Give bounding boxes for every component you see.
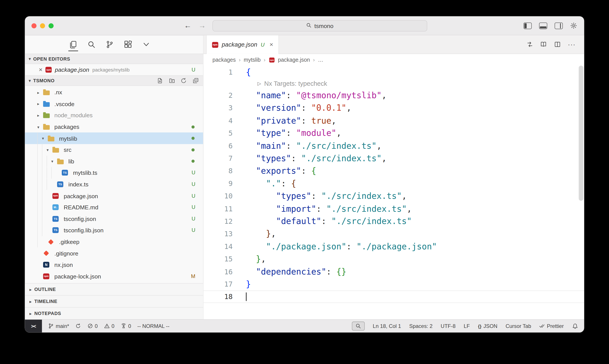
code-line-16[interactable]: 16 "dependencies": {}	[203, 265, 584, 278]
tree-item--nx[interactable]: ▸.nx	[25, 87, 203, 98]
tree-item-package-json[interactable]: npmpackage.jsonU	[25, 190, 203, 202]
chevron-collapsed-icon[interactable]: ▸	[37, 102, 43, 106]
vim-mode[interactable]: -- NORMAL --	[137, 323, 169, 329]
code-text[interactable]: "types": "./src/index.ts",	[233, 153, 387, 163]
toggle-primary-sidebar-icon[interactable]	[523, 22, 531, 29]
close-window-button[interactable]	[31, 23, 37, 28]
code-text[interactable]: "type": "module",	[233, 128, 341, 138]
code-line-4[interactable]: 4 "private": true,	[203, 114, 584, 127]
chevron-expanded-icon[interactable]: ▾	[42, 136, 48, 141]
open-preview-icon[interactable]	[540, 41, 547, 48]
chevron-expanded-icon[interactable]: ▾	[37, 124, 43, 129]
indentation[interactable]: Spaces: 2	[409, 323, 433, 329]
code-text[interactable]: "main": "./src/index.ts",	[233, 141, 382, 151]
code-line-7[interactable]: 7 "types": "./src/index.ts",	[203, 152, 584, 165]
code-text[interactable]	[233, 292, 246, 301]
new-folder-icon[interactable]	[169, 78, 175, 84]
code-text[interactable]: "private": true,	[233, 116, 337, 125]
code-text[interactable]: "default": "./src/index.ts"	[233, 216, 412, 226]
code-line-11[interactable]: 11 "import": "./src/index.ts",	[203, 202, 584, 215]
tree-item-src[interactable]: ▾src	[25, 144, 203, 156]
encoding[interactable]: UTF-8	[441, 323, 456, 329]
run-target-icon[interactable]: ▷	[258, 81, 261, 86]
code-text[interactable]: "dependencies": {}	[233, 267, 347, 276]
codelens-row[interactable]: ▷Nx Targets: typecheck	[203, 78, 584, 89]
breadcrumb-item[interactable]: packages	[212, 57, 236, 63]
code-line-14[interactable]: 14 "./package.json": "./package.json"	[203, 240, 584, 253]
tree-item--vscode[interactable]: ▸.vscode	[25, 98, 203, 110]
tree-item-index-ts[interactable]: TSindex.tsU	[25, 179, 203, 190]
minimize-window-button[interactable]	[40, 23, 45, 28]
tree-item-lib[interactable]: ▾lib	[25, 156, 203, 167]
zoom-window-button[interactable]	[49, 23, 54, 28]
collapse-folders-icon[interactable]	[193, 78, 199, 84]
explorer-section-header[interactable]: ▾ TSMONO	[25, 75, 203, 86]
code-line-12[interactable]: 12 "default": "./src/index.ts"	[203, 215, 584, 228]
code-text[interactable]: }	[233, 279, 251, 289]
source-control-icon[interactable]	[106, 40, 114, 49]
split-editor-icon[interactable]	[554, 41, 560, 48]
section-outline[interactable]: ▸OUTLINE	[25, 283, 203, 295]
chevron-expanded-icon[interactable]: ▾	[47, 147, 52, 152]
tree-item-mytslib[interactable]: ▾mytslib	[25, 132, 203, 144]
code-line-15[interactable]: 15 },	[203, 253, 584, 265]
close-tab-icon[interactable]: ×	[270, 41, 273, 48]
breadcrumb-item[interactable]: mytslib	[244, 57, 260, 63]
new-file-icon[interactable]	[157, 78, 163, 84]
screencast-zoom[interactable]	[352, 322, 365, 331]
code-editor[interactable]: 1{▷Nx Targets: typecheck2 "name": "@tsmo…	[203, 66, 584, 319]
code-line-5[interactable]: 5 "type": "module",	[203, 127, 584, 140]
cursor-position[interactable]: Ln 18, Col 1	[373, 323, 401, 329]
tree-item-nx-json[interactable]: Nnx.json	[25, 259, 203, 271]
scrollbar-thumb[interactable]	[579, 66, 583, 201]
refresh-explorer-icon[interactable]	[181, 78, 187, 84]
forward-icon[interactable]: →	[198, 21, 206, 30]
back-icon[interactable]: ←	[184, 21, 192, 30]
code-text[interactable]: {	[233, 67, 251, 77]
tree-item-readme-md[interactable]: M↓README.mdU	[25, 201, 203, 213]
codelens[interactable]: ▷Nx Targets: typecheck	[233, 80, 327, 88]
eol-sequence[interactable]: LF	[464, 323, 470, 329]
cursor-tab[interactable]: Cursor Tab	[505, 323, 531, 329]
code-text[interactable]: "types": "./src/index.ts",	[233, 191, 407, 201]
tree-item--gitignore[interactable]: .gitignore	[25, 248, 203, 259]
code-text[interactable]: },	[233, 229, 276, 238]
code-line-6[interactable]: 6 "main": "./src/index.ts",	[203, 139, 584, 152]
compare-changes-icon[interactable]	[527, 41, 533, 48]
tree-item-packages[interactable]: ▾packages	[25, 121, 203, 133]
formatter[interactable]: Prettier	[539, 323, 564, 329]
code-line-2[interactable]: 2 "name": "@tsmono/mytslib",	[203, 89, 584, 102]
open-editor-package-json[interactable]: × npm package.json packages/mytslib U	[25, 64, 203, 75]
command-center-search[interactable]: tsmono	[212, 20, 427, 31]
tree-item-node-modules[interactable]: ▸node_modules	[25, 110, 203, 121]
chevron-expanded-icon[interactable]: ▾	[51, 159, 57, 164]
code-text[interactable]: "import": "./src/index.ts",	[233, 204, 412, 213]
search-icon[interactable]	[87, 40, 95, 49]
branch-status[interactable]: main*	[48, 323, 69, 329]
code-line-1[interactable]: 1{	[203, 66, 584, 78]
chevron-collapsed-icon[interactable]: ▸	[37, 113, 43, 118]
section-timeline[interactable]: ▸TIMELINE	[25, 295, 203, 307]
code-line-13[interactable]: 13 },	[203, 228, 584, 240]
open-editors-header[interactable]: ▾ OPEN EDITORS	[25, 53, 203, 64]
code-line-8[interactable]: 8 "exports": {	[203, 165, 584, 177]
code-text[interactable]: "exports": {	[233, 166, 316, 176]
breadcrumb-item[interactable]: …	[318, 57, 323, 63]
remote-indicator[interactable]: ><	[25, 320, 42, 333]
section-notepads[interactable]: ▸NOTEPADS	[25, 307, 203, 319]
tab-package-json[interactable]: npm package.json U ×	[206, 35, 279, 54]
toggle-panel-icon[interactable]	[539, 22, 547, 29]
code-line-17[interactable]: 17}	[203, 278, 584, 290]
tree-item-tsconfig-json[interactable]: TStsconfig.jsonU	[25, 213, 203, 225]
ports-status[interactable]: 0	[120, 323, 131, 329]
code-line-10[interactable]: 10 "types": "./src/index.ts",	[203, 190, 584, 202]
extensions-icon[interactable]	[124, 40, 132, 49]
explorer-icon[interactable]	[69, 40, 77, 49]
notifications[interactable]	[572, 323, 578, 329]
chevron-collapsed-icon[interactable]: ▸	[37, 90, 43, 95]
warning-count[interactable]: 0	[104, 323, 114, 329]
tree-item--gitkeep[interactable]: .gitkeep	[25, 236, 203, 248]
more-views-icon[interactable]	[142, 40, 150, 49]
sync-status[interactable]	[75, 323, 81, 329]
code-text[interactable]: ".": {	[233, 179, 296, 188]
